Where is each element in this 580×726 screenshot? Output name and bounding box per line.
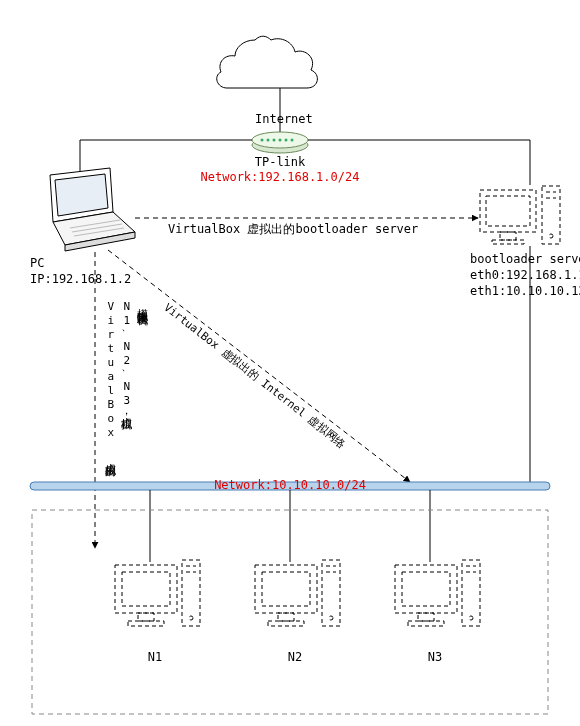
edge-vertical-label-3: 模拟真实物理机: [135, 300, 149, 307]
node-n1-icon: [115, 560, 200, 626]
svg-point-23: [549, 234, 553, 238]
svg-rect-17: [486, 196, 530, 226]
node-n3-icon: [395, 560, 480, 626]
svg-rect-49: [402, 572, 450, 606]
router-name: TP-link: [250, 155, 310, 171]
diagram-svg: [0, 0, 580, 726]
server-eth0: eth0:192.168.1.13: [470, 268, 580, 284]
svg-point-5: [273, 139, 276, 142]
edge-vertical-label-1: VirtualBox 虚拟出的: [103, 300, 117, 458]
cloud-icon: [217, 36, 318, 88]
svg-point-4: [267, 139, 270, 142]
node-n1-label: N1: [140, 650, 170, 666]
node-n2-label: N2: [280, 650, 310, 666]
node-n2-icon: [255, 560, 340, 626]
svg-rect-51: [408, 621, 444, 626]
svg-rect-50: [418, 613, 434, 621]
server-name: bootloader server: [470, 252, 580, 268]
router-icon: [252, 132, 308, 153]
svg-point-47: [329, 616, 333, 620]
svg-point-6: [279, 139, 282, 142]
svg-rect-20: [542, 186, 560, 244]
svg-rect-43: [268, 621, 304, 626]
internet-label: Internet: [255, 112, 305, 128]
server-eth1: eth1:10.10.10.13: [470, 284, 580, 300]
svg-point-8: [291, 139, 294, 142]
bootloader-server-icon: [480, 186, 560, 244]
edge-vertical-label-2: N1、N2、N3虚拟机，: [119, 300, 133, 423]
svg-rect-35: [128, 621, 164, 626]
router-network: Network:192.168.1.0/24: [190, 170, 370, 186]
svg-rect-34: [138, 613, 154, 621]
svg-point-55: [469, 616, 473, 620]
svg-point-7: [285, 139, 288, 142]
bus-network-label: Network:10.10.10.0/24: [190, 478, 390, 494]
svg-rect-19: [492, 240, 524, 244]
svg-point-39: [189, 616, 193, 620]
svg-rect-42: [278, 613, 294, 621]
svg-rect-33: [122, 572, 170, 606]
pc-ip: IP:192.168.1.2: [30, 272, 131, 288]
svg-rect-41: [262, 572, 310, 606]
node-n3-label: N3: [420, 650, 450, 666]
pc-name: PC: [30, 256, 44, 272]
svg-point-3: [261, 139, 264, 142]
pc-laptop-icon: [50, 168, 135, 251]
svg-rect-18: [500, 232, 516, 240]
edge-pc-to-server: VirtualBox 虚拟出的bootloader server: [168, 222, 418, 238]
svg-line-26: [108, 250, 410, 482]
